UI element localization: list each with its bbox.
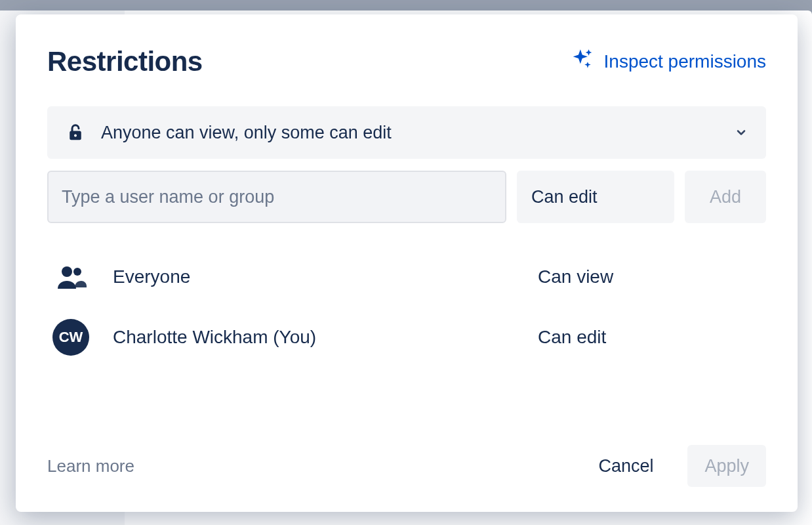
add-user-row: Can edit Add xyxy=(47,171,766,223)
sparkle-icon xyxy=(570,47,595,77)
group-icon xyxy=(52,259,89,295)
inspect-permissions-link[interactable]: Inspect permissions xyxy=(570,47,766,77)
cancel-button[interactable]: Cancel xyxy=(581,445,670,487)
entry-permission: Can view xyxy=(538,266,761,287)
modal-title: Restrictions xyxy=(47,46,203,77)
apply-button-label: Apply xyxy=(704,456,749,476)
modal-footer: Learn more Cancel Apply xyxy=(47,445,766,487)
svg-point-1 xyxy=(74,134,77,136)
entry-name: Charlotte Wickham (You) xyxy=(113,327,514,348)
add-button[interactable]: Add xyxy=(685,171,766,223)
inspect-permissions-label: Inspect permissions xyxy=(604,51,766,72)
learn-more-link[interactable]: Learn more xyxy=(47,456,134,476)
list-item: CW Charlotte Wickham (You) Can edit xyxy=(47,307,766,368)
user-search-input[interactable] xyxy=(47,171,506,223)
svg-point-3 xyxy=(73,268,81,276)
avatar: CW xyxy=(52,319,89,356)
add-button-label: Add xyxy=(710,187,741,207)
svg-point-2 xyxy=(62,266,72,277)
avatar-initials: CW xyxy=(52,319,89,356)
chevron-down-icon xyxy=(735,126,748,139)
entry-name: Everyone xyxy=(113,266,514,287)
modal-header: Restrictions Inspect permissions xyxy=(47,46,766,77)
cancel-button-label: Cancel xyxy=(598,456,653,476)
new-user-permission-select[interactable]: Can edit xyxy=(517,171,674,223)
list-item: Everyone Can view xyxy=(47,247,766,307)
new-user-permission-label: Can edit xyxy=(531,187,598,207)
entry-permission: Can edit xyxy=(538,327,761,348)
apply-button[interactable]: Apply xyxy=(687,445,766,487)
restrictions-modal: Restrictions Inspect permissions xyxy=(16,14,798,512)
restriction-level-label: Anyone can view, only some can edit xyxy=(101,123,719,143)
restriction-level-select[interactable]: Anyone can view, only some can edit xyxy=(47,106,766,159)
permission-list: Everyone Can view CW Charlotte Wickham (… xyxy=(47,247,766,368)
unlock-icon xyxy=(66,123,85,142)
